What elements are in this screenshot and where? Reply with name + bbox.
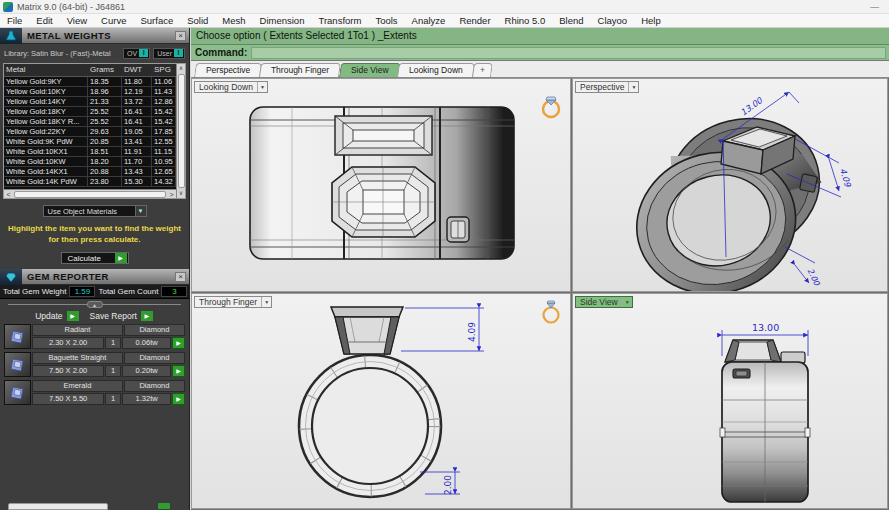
grams-cell: 20.88 (88, 167, 122, 176)
gem-size-value: 7.50 X 2.00 (32, 365, 104, 377)
table-row[interactable]: White Gold:10KX118.5111.9111.15 (4, 147, 176, 157)
table-row[interactable]: Yellow Gold:18KY R...25.5216.4115.42 (4, 117, 176, 127)
menu-item-tools[interactable]: Tools (368, 14, 404, 28)
gem-reporter-header[interactable]: GEM REPORTER × (0, 269, 189, 285)
material-dropdown[interactable]: Use Object Materials ▼ (43, 205, 147, 217)
scroll-right-icon[interactable]: > (167, 191, 176, 198)
menu-item-curve[interactable]: Curve (94, 14, 133, 28)
table-row[interactable]: White Gold:14KX120.8813.4312.65 (4, 167, 176, 177)
add-viewport-tab-button[interactable]: + (472, 63, 493, 77)
update-button[interactable]: Update ▶ (35, 311, 79, 321)
scroll-up-icon[interactable]: ∧ (179, 64, 183, 73)
gem-row[interactable]: EmeraldDiamond7.50 X 5.5011.32tw▶ (4, 380, 185, 405)
user-toggle-switch[interactable]: I (174, 49, 183, 57)
viewport-menu-arrow-icon[interactable]: ▼ (628, 82, 638, 92)
left-panel: METAL WEIGHTS × Library: Satin Blur - (F… (0, 28, 190, 510)
viewport-menu-arrow-icon[interactable]: ▼ (261, 297, 271, 307)
metal-weights-header[interactable]: METAL WEIGHTS × (0, 28, 189, 44)
metal-weights-close-icon[interactable]: × (175, 31, 186, 41)
tab-label: Looking Down (409, 64, 463, 77)
viewport-looking-down[interactable]: Looking Down ▼ (191, 78, 571, 292)
viewport-menu-arrow-icon[interactable]: ▼ (622, 297, 632, 307)
spg-cell: 17.85 (152, 127, 176, 136)
metal-cell: Yellow Gold:18KY (4, 107, 88, 116)
collapsed-panel-bar[interactable] (8, 503, 108, 510)
menu-item-surface[interactable]: Surface (133, 14, 180, 28)
looking-down-viewport-label[interactable]: Looking Down ▼ (194, 81, 268, 93)
viewport-side-view[interactable]: Side View ▼ (572, 293, 888, 509)
gem-row[interactable]: Baguette StraightDiamond7.50 X 2.0010.20… (4, 352, 185, 377)
command-input[interactable] (251, 47, 886, 59)
menu-item-render[interactable]: Render (452, 14, 497, 28)
ov-toggle-switch[interactable]: I (139, 49, 148, 57)
menu-item-solid[interactable]: Solid (180, 14, 215, 28)
table-row[interactable]: Yellow Gold:10KY18.9612.1911.43 (4, 87, 176, 97)
menu-item-file[interactable]: File (0, 14, 29, 28)
ov-toggle[interactable]: OV I (123, 48, 150, 59)
gem-row[interactable]: RadiantDiamond2.30 X 2.0010.06tw▶ (4, 324, 185, 349)
tab-label: Side View (350, 64, 388, 77)
metal-cell: White Gold:14KX1 (4, 167, 88, 176)
side-view-viewport-label[interactable]: Side View ▼ (575, 296, 633, 308)
table-row[interactable]: White Gold:9K PdW20.8513.4112.55 (4, 137, 176, 147)
viewport-tabs: PerspectiveThrough FingerSide ViewLookin… (191, 61, 889, 78)
dropdown-arrow-icon[interactable]: ▼ (135, 206, 146, 216)
grams-cell: 18.35 (88, 77, 122, 86)
gem-list: RadiantDiamond2.30 X 2.0010.06tw▶Baguett… (0, 324, 189, 405)
menu-item-clayoo[interactable]: Clayoo (591, 14, 635, 28)
user-toggle[interactable]: User I (153, 48, 185, 59)
viewport-through-finger[interactable]: Through Finger ▼ (191, 293, 571, 509)
grams-cell: 21.33 (88, 97, 122, 106)
table-row[interactable]: Yellow Gold:22KY29.6319.0517.85 (4, 127, 176, 137)
table-row[interactable]: Yellow Gold:9KY18.3511.8011.06 (4, 77, 176, 87)
save-report-button[interactable]: Save Report ▶ (90, 311, 154, 321)
metal-table-hscrollbar[interactable]: < > (4, 189, 176, 198)
menu-item-view[interactable]: View (60, 14, 94, 28)
perspective-viewport-label[interactable]: Perspective ▼ (575, 81, 639, 93)
gem-select-play-icon[interactable]: ▶ (172, 337, 185, 349)
dwt-cell: 11.80 (122, 77, 152, 86)
gem-reporter-close-icon[interactable]: × (175, 272, 186, 282)
menu-item-transform[interactable]: Transform (311, 14, 368, 28)
svg-text:13.00: 13.00 (739, 94, 766, 117)
table-row[interactable]: White Gold:10KW18.2011.7010.95 (4, 157, 176, 167)
table-row[interactable]: White Gold:14K PdW23.8015.3014.32 (4, 177, 176, 187)
minimize-icon[interactable]: — (870, 2, 879, 12)
menu-item-edit[interactable]: Edit (29, 14, 59, 28)
grams-cell: 25.52 (88, 107, 122, 116)
dwt-cell: 16.41 (122, 117, 152, 126)
tab-looking-down[interactable]: Looking Down (397, 63, 475, 77)
ring-thumbnail-icon (538, 300, 564, 324)
viewport-grid: Looking Down ▼ (191, 78, 889, 510)
tab-perspective[interactable]: Perspective (194, 63, 262, 77)
tab-side-view[interactable]: Side View (339, 63, 401, 77)
add-tab-icon: + (480, 64, 485, 77)
viewport-menu-arrow-icon[interactable]: ▼ (257, 82, 267, 92)
menu-item-analyze[interactable]: Analyze (405, 14, 453, 28)
collapse-handle-icon[interactable]: ▲ (87, 301, 103, 308)
svg-text:13.00: 13.00 (752, 322, 779, 333)
hscroll-thumb[interactable] (14, 191, 166, 198)
menu-item-dimension[interactable]: Dimension (253, 14, 312, 28)
metal-table-vscrollbar[interactable]: ∧ ∨ (176, 64, 185, 198)
table-row[interactable]: Yellow Gold:18KY25.5216.4115.42 (4, 107, 176, 117)
metal-cell: Yellow Gold:22KY (4, 127, 88, 136)
tab-through-finger[interactable]: Through Finger (259, 63, 341, 77)
menu-item-mesh[interactable]: Mesh (215, 14, 252, 28)
calculate-button[interactable]: Calculate ▶ (61, 252, 129, 264)
vscroll-thumb[interactable] (178, 74, 185, 188)
spg-cell: 12.55 (152, 137, 176, 146)
tab-label: Perspective (206, 64, 250, 77)
gem-select-play-icon[interactable]: ▶ (172, 365, 185, 377)
menu-item-rhino-5-0[interactable]: Rhino 5.0 (498, 14, 553, 28)
viewport-perspective[interactable]: Perspective ▼ (572, 78, 888, 292)
menu-item-help[interactable]: Help (634, 14, 668, 28)
metal-cell: White Gold:10KX1 (4, 147, 88, 156)
scroll-left-icon[interactable]: < (4, 191, 13, 198)
table-row[interactable]: Yellow Gold:14KY21.3313.7212.86 (4, 97, 176, 107)
scroll-down-icon[interactable]: ∨ (179, 189, 183, 198)
through-finger-viewport-label[interactable]: Through Finger ▼ (194, 296, 272, 308)
gem-icon (4, 324, 31, 349)
menu-item-blend[interactable]: Blend (552, 14, 590, 28)
gem-select-play-icon[interactable]: ▶ (172, 393, 185, 405)
